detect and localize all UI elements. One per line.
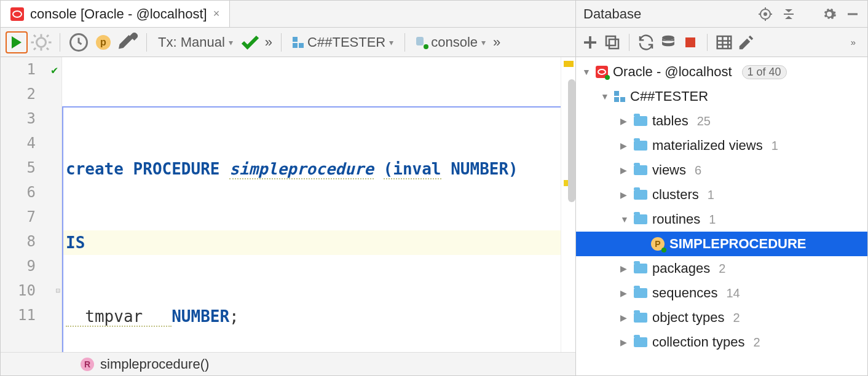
gutter: 1✔ 2 3 4 5 6 7 8 9 10⊟ 11 (1, 57, 62, 352)
schema-icon (293, 37, 304, 48)
folder-icon (634, 313, 647, 323)
chevron-right-icon: ▶ (620, 313, 629, 323)
refresh-button[interactable] (637, 33, 655, 52)
tree-objtypes[interactable]: ▶ object types 2 (576, 305, 867, 330)
tree-tables[interactable]: ▶ tables 25 (576, 109, 867, 133)
chevron-right-icon: ▶ (620, 165, 629, 175)
routine-icon: R (81, 358, 94, 371)
stop-icon (685, 37, 695, 47)
chevron-right-icon: ▶ (620, 337, 629, 347)
chevron-down-icon: ▼ (620, 214, 629, 224)
chevron-down-icon: ▼ (582, 67, 591, 77)
tree-clusters[interactable]: ▶ clusters 1 (576, 182, 867, 207)
copy-button[interactable] (603, 33, 621, 52)
play-icon (12, 36, 22, 49)
database-tree[interactable]: ▼ Oracle - @localhost 1 of 40 ▼ C##TESTE… (576, 57, 867, 375)
close-icon[interactable]: × (213, 7, 220, 20)
chevron-right-icon: ▶ (620, 190, 629, 200)
fold-icon[interactable]: ⊟ (56, 286, 60, 295)
chevron-right-icon: ▶ (620, 288, 629, 298)
tree-schema[interactable]: ▼ C##TESTER (576, 84, 867, 109)
breadcrumb-label: simpleprocedure() (100, 356, 209, 372)
datasource-label: console (431, 34, 478, 50)
procedure-icon: P (651, 237, 665, 251)
settings-button[interactable] (117, 31, 139, 53)
editor-toolbar: p Tx: Manual ▾ » C##TESTER ▾ (1, 28, 575, 57)
tree-routines[interactable]: ▼ routines 1 (576, 207, 867, 232)
folder-icon (634, 214, 647, 224)
folder-icon (634, 264, 647, 273)
tree-sequences[interactable]: ▶ sequences 14 (576, 281, 867, 305)
folder-icon (634, 190, 647, 200)
gear-icon[interactable] (822, 7, 837, 22)
run-button[interactable] (6, 31, 28, 53)
folder-icon (634, 141, 647, 151)
chevron-down-icon: ▾ (389, 37, 393, 47)
folder-icon (634, 165, 647, 175)
svg-point-0 (37, 37, 46, 47)
database-panel-header: Database (576, 1, 867, 28)
edit-button[interactable] (737, 33, 756, 52)
svg-rect-8 (717, 36, 732, 49)
breadcrumb[interactable]: R simpleprocedure() (1, 352, 575, 375)
toolbar-more-2[interactable]: » (492, 31, 502, 53)
schema-label: C##TESTER (630, 88, 708, 104)
add-button[interactable] (581, 33, 599, 52)
database-title: Database (583, 6, 749, 22)
tree-colltypes[interactable]: ▶ collection types 2 (576, 330, 867, 354)
marker-strip[interactable] (561, 57, 575, 352)
tx-mode-dropdown[interactable]: Tx: Manual ▾ (154, 31, 237, 53)
editor-tabbar: console [Oracle - @localhost] × (1, 1, 575, 28)
editor-area[interactable]: 1✔ 2 3 4 5 6 7 8 9 10⊟ 11 create PROCEDU… (1, 57, 575, 352)
svg-rect-6 (606, 36, 615, 45)
datasource-icon (416, 37, 427, 48)
chevron-right-icon: ▶ (620, 141, 629, 151)
datasource-count-badge: 1 of 40 (742, 65, 787, 79)
editor-tab-console[interactable]: console [Oracle - @localhost] × (1, 1, 230, 27)
datasource-label: Oracle - @localhost (613, 64, 732, 80)
svg-point-7 (662, 35, 674, 40)
svg-rect-5 (609, 39, 618, 49)
tx-label: Tx: Manual (158, 34, 225, 50)
debug-button[interactable] (30, 31, 52, 53)
stop-button[interactable] (681, 33, 700, 52)
tree-routine-item[interactable]: P SIMPLEPROCEDURE (576, 232, 867, 256)
chevron-down-icon: ▼ (601, 92, 609, 101)
target-icon[interactable] (758, 7, 773, 22)
tree-matviews[interactable]: ▶ materialized views 1 (576, 133, 867, 158)
collapse-icon[interactable] (781, 7, 796, 22)
svg-rect-4 (784, 14, 794, 15)
chevron-right-icon: ▶ (620, 264, 629, 273)
table-view-button[interactable] (715, 33, 733, 52)
filter-button[interactable] (659, 33, 677, 52)
schema-icon (614, 91, 625, 102)
tree-views[interactable]: ▶ views 6 (576, 158, 867, 182)
status-ok-icon: ✔ (51, 63, 58, 76)
chevron-down-icon: ▾ (229, 37, 233, 47)
code-editor[interactable]: create PROCEDURE simpleprocedure (inval … (62, 57, 561, 352)
svg-point-3 (764, 13, 767, 15)
database-toolbar: » (576, 28, 867, 57)
oracle-icon (10, 7, 24, 21)
more-button[interactable]: » (844, 33, 862, 52)
oracle-icon (596, 66, 608, 78)
folder-icon (634, 337, 647, 347)
history-button[interactable] (68, 31, 90, 53)
datasource-dropdown[interactable]: console ▾ (412, 31, 489, 53)
toolbar-more-1[interactable]: » (264, 31, 274, 53)
folder-icon (634, 116, 647, 126)
tree-packages[interactable]: ▶ packages 2 (576, 256, 867, 281)
chevron-down-icon: ▾ (481, 37, 486, 47)
procedure-badge[interactable]: p (92, 31, 114, 53)
tab-title: console [Oracle - @localhost] (30, 6, 207, 22)
minimize-icon[interactable] (845, 7, 860, 22)
tree-datasource[interactable]: ▼ Oracle - @localhost 1 of 40 (576, 60, 867, 84)
commit-button[interactable] (239, 31, 261, 53)
scrollbar-thumb[interactable] (568, 79, 575, 202)
warning-marker[interactable] (564, 61, 574, 67)
schema-dropdown[interactable]: C##TESTER ▾ (289, 31, 397, 53)
schema-label: C##TESTER (307, 34, 385, 50)
chevron-right-icon: ▶ (620, 116, 629, 126)
folder-icon (634, 288, 647, 298)
